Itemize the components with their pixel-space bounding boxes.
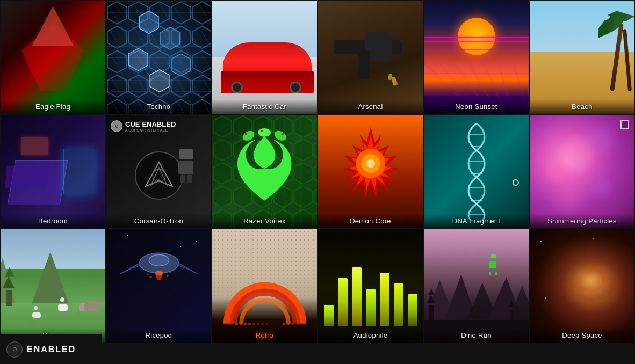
svg-marker-4 (129, 48, 148, 71)
svg-marker-6 (150, 70, 169, 92)
svg-point-28 (261, 130, 263, 132)
tile-razer[interactable]: Razer Vortex (212, 114, 318, 229)
tile-ricepod-label: Ricepod (106, 328, 211, 343)
tile-arsenal[interactable]: Arsenal (318, 0, 423, 114)
corsair-enabled-text: ENABLED (142, 120, 176, 128)
svg-marker-5 (171, 54, 191, 76)
tile-beach-label: Beach (530, 99, 634, 114)
tile-sheep[interactable]: Sheep (0, 229, 106, 343)
tile-ricepod[interactable]: Ricepod (106, 229, 212, 343)
svg-marker-19 (146, 162, 172, 186)
tile-dino-run-label: Dino Run (424, 328, 529, 343)
svg-marker-20 (151, 168, 167, 185)
corsair-sub-text: A CORSAIR INTERFACE (125, 128, 176, 132)
tile-corsair-label: Corsair-O-Tron (106, 214, 211, 228)
svg-point-43 (149, 255, 169, 266)
tile-bedroom[interactable]: Bedroom (0, 114, 106, 229)
svg-marker-2 (139, 11, 158, 34)
tile-razer-label: Razer Vortex (212, 214, 317, 228)
tile-shimmering-label: Shimmering Particles (530, 214, 634, 228)
svg-point-47 (166, 275, 168, 277)
tile-corsair[interactable]: ⊙ CUE ENABLED A CORSAIR INTERFACE (106, 114, 212, 229)
tile-fantastic-car-label: Fantastic Car (212, 99, 317, 114)
tile-neon-sunset-label: Neon Sunset (424, 99, 529, 114)
tile-bedroom-label: Bedroom (1, 214, 105, 228)
wallpaper-grid: Eagle Flag Techno (0, 0, 635, 343)
svg-point-48 (147, 274, 148, 275)
tile-audiophile[interactable]: Audiophile (318, 229, 423, 343)
tile-dna-label: DNA Fragment (424, 214, 529, 228)
tile-deep-space-label: Deep Space (530, 328, 634, 343)
svg-point-45 (156, 272, 161, 281)
tile-arsenal-label: Arsenal (318, 99, 423, 114)
tile-shimmering[interactable]: Shimmering Particles (529, 114, 635, 229)
enabled-label: ENABLED (27, 345, 76, 354)
sp-checkbox[interactable] (620, 120, 629, 129)
tile-techno[interactable]: Techno (106, 0, 212, 114)
tile-dino-run[interactable]: Dino Run (423, 229, 529, 343)
tile-audiophile-label: Audiophile (318, 328, 423, 343)
tile-deep-space[interactable]: Deep Space (529, 229, 635, 343)
svg-point-25 (258, 128, 271, 137)
tile-eagle-flag[interactable]: Eagle Flag (0, 0, 106, 114)
svg-rect-1 (106, 1, 211, 114)
tile-retro[interactable]: Retro (212, 229, 318, 343)
tile-neon-sunset[interactable]: Neon Sunset (423, 0, 529, 114)
main-container: Eagle Flag Techno (0, 0, 635, 364)
tile-retro-label: Retro (212, 328, 317, 343)
tile-techno-label: Techno (106, 99, 211, 114)
tile-demon-core[interactable]: Demon Core (318, 114, 423, 229)
svg-marker-3 (161, 27, 180, 50)
tile-fantastic-car[interactable]: Fantastic Car (212, 0, 318, 114)
cue-icon: ⊙ (6, 341, 23, 358)
tile-dna[interactable]: DNA Fragment (423, 114, 529, 229)
tile-eagle-flag-label: Eagle Flag (1, 99, 105, 114)
tile-demon-core-label: Demon Core (318, 214, 423, 228)
svg-point-29 (282, 133, 284, 135)
svg-point-27 (245, 133, 247, 135)
svg-point-49 (169, 272, 171, 273)
svg-point-34 (366, 159, 375, 168)
corsair-cue-text: CUE (125, 120, 140, 128)
bottom-bar: ⊙ ENABLED (0, 334, 102, 364)
tile-beach[interactable]: Beach (529, 0, 635, 114)
svg-point-46 (149, 276, 151, 278)
